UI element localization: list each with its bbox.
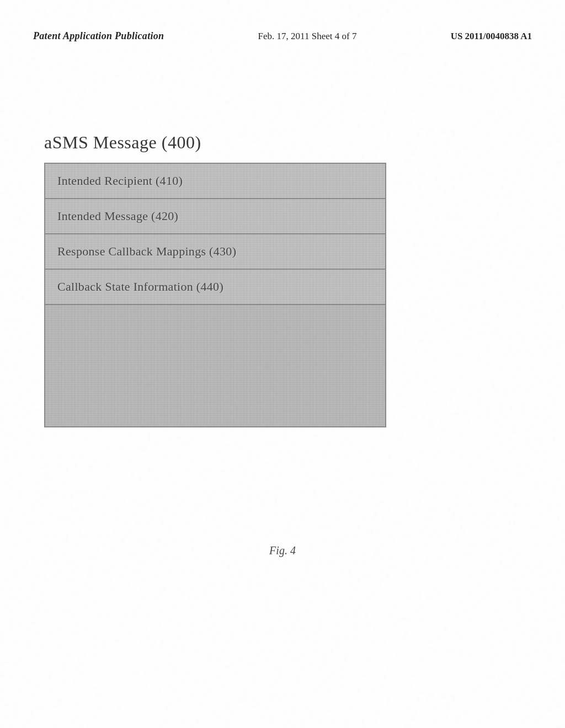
- intended-recipient-label: Intended Recipient (410): [57, 174, 183, 188]
- diagram-title: aSMS Message (400): [44, 132, 430, 153]
- intended-recipient-row: Intended Recipient (410): [45, 164, 385, 199]
- response-callback-row: Response Callback Mappings (430): [45, 234, 385, 270]
- response-callback-label: Response Callback Mappings (430): [57, 244, 236, 258]
- intended-message-label: Intended Message (420): [57, 209, 178, 223]
- page-header: Patent Application Publication Feb. 17, …: [33, 30, 532, 42]
- figure-caption: Fig. 4: [269, 544, 296, 557]
- asms-message-box: Intended Recipient (410) Intended Messag…: [44, 163, 386, 427]
- diagram-area: aSMS Message (400) Intended Recipient (4…: [44, 132, 430, 427]
- callback-state-label: Callback State Information (440): [57, 280, 223, 293]
- page-container: Patent Application Publication Feb. 17, …: [0, 0, 565, 728]
- publication-label: Patent Application Publication: [33, 30, 164, 42]
- lower-shaded-area: [45, 305, 385, 426]
- patent-number-label: US 2011/0040838 A1: [451, 31, 532, 42]
- callback-state-row: Callback State Information (440): [45, 270, 385, 305]
- intended-message-row: Intended Message (420): [45, 199, 385, 234]
- date-sheet-label: Feb. 17, 2011 Sheet 4 of 7: [258, 31, 357, 42]
